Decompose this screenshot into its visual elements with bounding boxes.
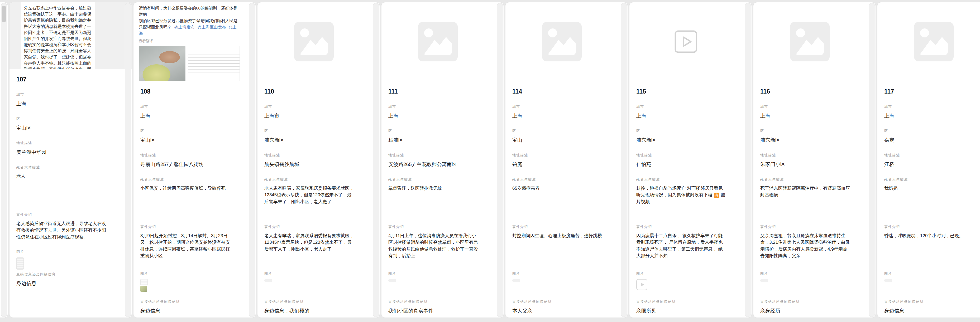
field-label-event: 事件介绍 xyxy=(140,225,230,229)
field-label-deceased: 死者大体描述 xyxy=(512,177,602,182)
field-label-city: 城市 xyxy=(16,92,106,97)
image-attachment-row xyxy=(636,279,726,290)
image-attachment-row xyxy=(388,279,478,282)
field-label-city: 城市 xyxy=(264,104,354,109)
attachment-thumbnail[interactable] xyxy=(16,257,24,270)
field-value-event: 封控期间因生理、心理上极度痛苦，选择跳楼 xyxy=(512,232,602,239)
field-value-direct: 身边信息 xyxy=(140,307,230,315)
field-value-deceased: 死于浦东医院新冠隔离治疗中，有肾衰高血压封基础病 xyxy=(760,185,850,198)
card-scrollbar-track[interactable] xyxy=(621,3,627,317)
field-label-direct: 直接信息还是间接信息 xyxy=(884,299,974,304)
attachment-thumbnails[interactable] xyxy=(140,279,230,292)
card-media: 分左右联系上中华西居委会，通过微信语音确认了这一事实。由于需要保护患者家属的隐私… xyxy=(10,2,132,69)
field-value-city: 上海 xyxy=(388,112,478,120)
field-value-address: 航头镇鹤沙航城 xyxy=(264,161,354,168)
field-label-district: 区 xyxy=(760,128,850,133)
field-label-district: 区 xyxy=(884,128,974,133)
mention-link[interactable]: @上海发布 xyxy=(174,25,195,29)
field-value-city: 上海市 xyxy=(264,112,354,120)
field-value-district: 浦东新区 xyxy=(636,136,726,144)
field-label-city: 城市 xyxy=(140,104,230,109)
field-value-direct: 本人父亲 xyxy=(512,307,602,315)
field-label-district: 区 xyxy=(16,116,106,121)
rotten-cabbage-photo[interactable] xyxy=(139,46,185,81)
record-number: 114 xyxy=(512,88,602,95)
field-value-address: 铂庭 xyxy=(512,161,602,168)
field-label-direct: 直接信息还是间接信息 xyxy=(264,299,354,304)
image-placeholder-icon xyxy=(914,22,954,61)
long-text-screenshot[interactable] xyxy=(188,46,240,81)
image-placeholder xyxy=(382,2,504,81)
card-media xyxy=(629,2,752,81)
field-label-direct: 直接信息还是间接信息 xyxy=(636,299,726,304)
field-label-event: 事件介绍 xyxy=(16,213,106,217)
field-label-address: 地址描述 xyxy=(388,153,478,157)
post-images xyxy=(139,46,240,81)
field-label-district: 区 xyxy=(388,128,478,133)
card-scrollbar-thumb[interactable] xyxy=(2,6,6,22)
field-value-event: 老人患有哮喘，家属联系居委报备要求就医，12345也表示尽快，但是120依然来不… xyxy=(264,232,354,253)
field-label-deceased: 死者大体描述 xyxy=(264,177,354,182)
card-scrollbar-track[interactable] xyxy=(125,3,131,317)
image-attachment-row xyxy=(512,279,602,282)
field-label-image: 图片 xyxy=(512,271,602,276)
field-value-district: 嘉定 xyxy=(884,136,974,144)
field-value-district: 杨浦区 xyxy=(388,136,478,144)
record-number: 115 xyxy=(636,88,726,95)
card-content: 108 城市 上海 区 宝山区 地址描述 丹霞山路257弄馨佳园八街坊 死者大体… xyxy=(134,81,256,315)
field-label-deceased: 死者大体描述 xyxy=(636,177,726,182)
field-value-district: 浦东新区 xyxy=(760,136,850,144)
field-value-event: 因为凌晨十二点自杀， 很久救护车来了可能看到现场死了， 尸体留在原地，后来半夜也… xyxy=(636,232,726,259)
card-scrollbar-track[interactable] xyxy=(745,3,751,317)
weibo-post-screenshot[interactable]: 运输有时间，为什么跟居委会的60的菜能到，还好多是烂的 别的区都已经分发过几批物… xyxy=(134,2,256,81)
field-label-city: 城市 xyxy=(760,104,850,109)
field-value-address: 朱家门小区 xyxy=(760,161,850,168)
field-value-city: 上海 xyxy=(636,112,726,120)
card-scrollbar-track[interactable] xyxy=(373,3,379,317)
field-label-district: 区 xyxy=(512,128,602,133)
previous-card-sliver xyxy=(0,2,8,318)
image-placeholder xyxy=(506,2,628,81)
field-value-deceased: 65岁癌症患者 xyxy=(512,185,602,192)
card-media xyxy=(382,2,504,81)
card-scrollbar-track[interactable] xyxy=(249,3,255,317)
attachment-thumbnail[interactable] xyxy=(140,279,148,286)
mention-link[interactable]: @上海宝山发布 xyxy=(197,25,226,29)
field-label-image: 图片 xyxy=(760,271,850,276)
record-card: 115 城市 上海 区 浦东新区 地址描述 仁怡苑 死者大体描述 封控，跳楼自杀… xyxy=(629,2,752,318)
video-play-icon[interactable] xyxy=(674,30,697,53)
field-label-district: 区 xyxy=(264,128,354,133)
image-attachment-row xyxy=(760,279,850,282)
field-value-event: 老人感染后物业街道无人跟进，导致老人在没有救援的情况下去世。另外该小区还有不少阳… xyxy=(16,220,106,241)
video-attachment-thumbnail[interactable] xyxy=(636,279,648,290)
card-content: 114 城市 上海 区 宝山 地址描述 铂庭 死者大体描述 65岁癌症患者 事件… xyxy=(506,81,628,315)
image-placeholder-icon xyxy=(418,22,458,61)
wechat-text-screenshot[interactable]: 分左右联系上中华西居委会，通过微信语音确认了这一事实。由于需要保护患者家属的隐私… xyxy=(10,2,132,69)
attachment-thumbnail[interactable] xyxy=(140,286,147,292)
field-value-address: 丹霞山路257弄馨佳园八街坊 xyxy=(140,161,230,168)
image-attachment-row xyxy=(264,279,354,282)
record-number: 107 xyxy=(16,76,106,83)
field-value-direct: 亲眼所见 xyxy=(636,307,726,315)
field-label-direct: 直接信息还是间接信息 xyxy=(760,299,850,304)
field-label-address: 地址描述 xyxy=(884,153,974,157)
field-label-direct: 直接信息还是间接信息 xyxy=(512,299,602,304)
card-scrollbar-track[interactable] xyxy=(869,3,875,317)
field-value-event: 父亲周嘉祖，肾衰且瘫痪在床靠血透维持生命，3.21住进第七人民医院肾病科治疗，由… xyxy=(760,232,850,259)
image-placeholder-icon xyxy=(294,22,334,61)
field-label-district: 区 xyxy=(636,128,726,133)
card-scrollbar-track[interactable] xyxy=(497,3,503,317)
wechat-message-text: 分左右联系上中华西居委会，通过微信语音确认了这一事实。由于需要保护患者家属的隐私… xyxy=(24,6,91,69)
record-card: 分左右联系上中华西居委会，通过微信语音确认了这一事实。由于需要保护患者家属的隐私… xyxy=(9,2,132,318)
field-value-direct: 亲身经历 xyxy=(760,307,850,315)
field-label-address: 地址描述 xyxy=(760,153,850,157)
card-scrollbar-track[interactable] xyxy=(1,3,7,317)
field-label-address: 地址描述 xyxy=(264,153,354,157)
field-label-direct: 直接信息还是间接信息 xyxy=(16,272,106,277)
post-text: 运输有时间，为什么跟居委会的60的菜能到，还好多是烂的 别的区都已经分发过几批物… xyxy=(139,5,240,36)
field-label-city: 城市 xyxy=(512,104,602,109)
field-label-address: 地址描述 xyxy=(636,153,726,157)
image-attachment-row xyxy=(16,257,106,270)
field-value-district: 浦东新区 xyxy=(264,136,354,144)
view-translation-link[interactable]: 查看翻译 xyxy=(139,39,240,43)
